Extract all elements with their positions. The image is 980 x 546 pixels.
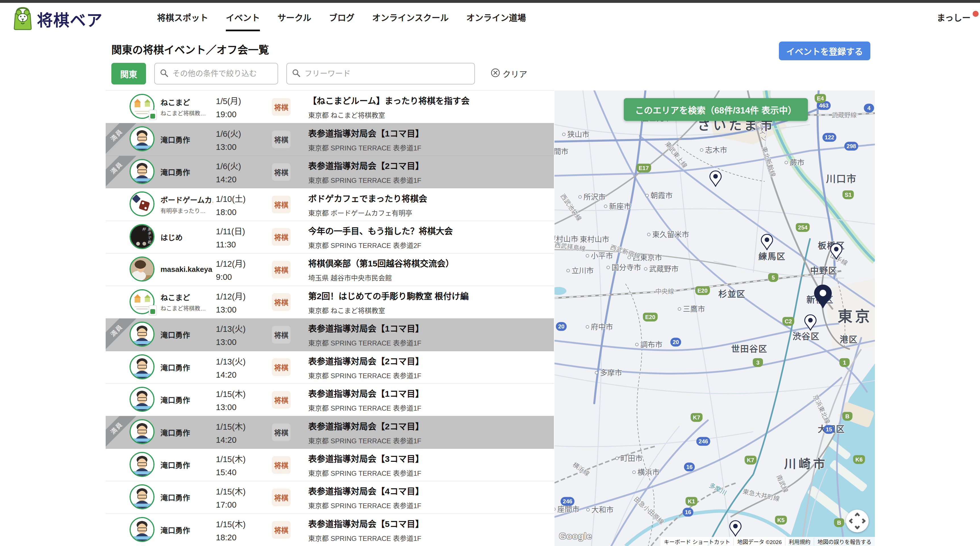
event-row[interactable]: 満員 滝口勇作 1/15(木) 17:00 将棋 表参道指導対局会【4コマ目】 … <box>106 481 554 514</box>
map[interactable]: さいたま市富士見市狭山市志木市蕨市川口市所沢市新座市朝霞市東久留米市東村山市蔵村… <box>554 91 875 546</box>
map-label: 調布市 <box>635 339 662 349</box>
map-label: 東急大井町線 <box>742 486 781 503</box>
map-label: 京浜東北線 <box>811 393 832 425</box>
map-label: 小平市 <box>586 250 613 260</box>
terms-link[interactable]: 利用規約 <box>785 538 814 546</box>
event-datetime: 1/11(日) 11:30 <box>216 221 264 253</box>
nav-item-link[interactable]: オンライン道場 <box>466 3 526 31</box>
header: 将棋ベア 将棋スポットイベントサークルブログオンラインスクールオンライン道場 ま… <box>0 3 980 31</box>
clear-filters-button[interactable]: クリア <box>490 68 527 80</box>
event-row[interactable]: 満員 滝口勇作 1/6(火) 13:00 将棋 表参道指導対局会【1コマ目】 東… <box>106 123 554 156</box>
keyword-search-input[interactable] <box>304 69 469 78</box>
user-menu[interactable]: まっしー <box>937 3 970 31</box>
event-date: 1/15(木) <box>216 387 264 399</box>
map-label: 志木市 <box>700 144 727 155</box>
organizer-avatar <box>129 126 154 151</box>
road-shield: 16 <box>684 463 695 471</box>
event-location: 東京都 SPRING TERRACE 表参道1F <box>308 175 548 185</box>
event-info: 表参道指導対局会【2コマ目】 東京都 SPRING TERRACE 表参道1F <box>308 416 548 448</box>
event-title: 表参道指導対局会【2コマ目】 <box>308 159 548 171</box>
organizer-info: 滝口勇作 <box>161 481 213 513</box>
nav-item-link[interactable]: ブログ <box>329 3 355 31</box>
category-tag: 将棋 <box>272 489 291 506</box>
road-shield: K1 <box>686 497 697 506</box>
road-shield: E4 <box>815 94 826 103</box>
event-date: 1/15(木) <box>216 452 264 465</box>
event-time: 14:20 <box>216 435 264 445</box>
map-label: 武蔵野市 <box>644 263 679 273</box>
map-pin[interactable] <box>830 243 843 260</box>
condition-filter-box[interactable] <box>154 63 278 85</box>
event-title: 今年の一手目、もう指した？将棋大会 <box>308 224 548 236</box>
event-location: 東京都 ねこまど将棋教室 <box>308 305 548 315</box>
page: 将棋ベア 将棋スポットイベントサークルブログオンラインスクールオンライン道場 ま… <box>0 0 980 546</box>
organizer-avatar <box>129 517 154 542</box>
avatar-sub-badge-icon <box>149 305 157 315</box>
event-time: 13:00 <box>216 403 264 412</box>
map-label: 朝霞市 <box>645 190 673 200</box>
map-label: 世田谷区 <box>731 342 767 354</box>
event-row[interactable]: 満員 滝口勇作 1/15(木) 13:00 将棋 表参道指導対局会【1コマ目】 … <box>106 384 554 416</box>
event-row[interactable]: 満員 滝口勇作 1/13(火) 14:20 将棋 表参道指導対局会【2コマ目】 … <box>106 351 554 384</box>
map-label: 東京 <box>838 305 872 326</box>
report-map-error-link[interactable]: 地図の誤りを報告する <box>814 538 875 546</box>
nav-item-link[interactable]: オンラインスクール <box>372 3 449 31</box>
nav-item-link[interactable]: 将棋スポット <box>157 3 208 31</box>
organizer-avatar <box>129 322 154 346</box>
map-pin[interactable] <box>804 314 817 331</box>
nav-item-link[interactable]: サークル <box>277 3 311 31</box>
map-pin[interactable] <box>709 170 722 187</box>
event-info: 表参道指導対局会【1コマ目】 東京都 SPRING TERRACE 表参道1F <box>308 318 548 351</box>
nav-item-active[interactable]: イベント <box>226 3 260 31</box>
event-datetime: 1/15(木) 18:20 <box>216 514 264 546</box>
region-filter-button[interactable]: 関東 <box>111 63 146 85</box>
event-row[interactable]: 満員 滝口勇作 1/15(木) 14:20 将棋 表参道指導対局会【2コマ目】 … <box>106 416 554 449</box>
event-row[interactable]: 満員 滝口勇作 1/15(木) 18:20 将棋 表参道指導対局会【5コマ目】 … <box>106 514 554 546</box>
organizer-info: 滝口勇作 <box>161 318 213 351</box>
site-logo-text: 将棋ベア <box>37 7 103 30</box>
map-label: 所沢市 <box>578 191 606 202</box>
event-row[interactable]: 満員 滝口勇作 1/6(火) 14:20 将棋 表参道指導対局会【2コマ目】 東… <box>106 156 554 188</box>
organizer-info: masaki.kakeya <box>161 253 213 286</box>
map-label: 国分寺市 <box>606 262 641 272</box>
organizer-avatar <box>129 484 154 509</box>
organizer-name: 滝口勇作 <box>161 134 213 145</box>
organizer-info: 滝口勇作 <box>161 514 213 546</box>
map-pin[interactable] <box>761 234 773 250</box>
site-logo[interactable]: 将棋ベア <box>13 6 103 31</box>
event-date: 1/12(月) <box>216 257 264 269</box>
map-pin[interactable] <box>729 520 742 536</box>
register-event-button[interactable]: イベントを登録する <box>779 42 870 60</box>
event-row[interactable]: 満員 ねこまど ねこまど将棋教… 1/5(月) 19:00 将棋 【ねこまどルー… <box>106 91 554 123</box>
road-shield: K5 <box>775 516 787 525</box>
event-row[interactable]: 満員 ねこまど ねこまど将棋教… 1/12(月) 13:00 将棋 第2回！はじ… <box>106 286 554 318</box>
clear-circle-x-icon <box>490 68 500 80</box>
search-icon <box>160 69 169 78</box>
event-info: 表参道指導対局会【2コマ目】 東京都 SPRING TERRACE 表参道1F <box>308 351 548 383</box>
event-title: 表参道指導対局会【4コマ目】 <box>308 484 548 497</box>
road-shield: K6 <box>853 455 865 464</box>
event-location: 東京都 SPRING TERRACE 表参道1F <box>308 338 548 348</box>
map-label: 田急小田原線 <box>632 494 667 526</box>
map-label: 西武新宿線 <box>609 242 642 260</box>
event-row[interactable]: 満員 はじめ 1/11(日) 11:30 将棋 今年の一手目、もう指した？将棋大… <box>106 221 554 253</box>
map-area-search-button[interactable]: このエリアを検索（68件/314件 表示中） <box>624 98 808 121</box>
event-row[interactable]: 満員 masaki.kakeya 1/12(月) 9:00 将棋 将棋倶楽部（第… <box>106 253 554 286</box>
organizer-avatar <box>129 192 154 216</box>
condition-filter-input[interactable] <box>172 69 272 78</box>
event-row[interactable]: 満員 滝口勇作 1/13(火) 13:00 将棋 表参道指導対局会【1コマ目】 … <box>106 318 554 351</box>
event-row[interactable]: 満員 滝口勇作 1/15(木) 15:40 将棋 表参道指導対局会【3コマ目】 … <box>106 449 554 481</box>
road-shield: 20 <box>556 322 567 331</box>
map-pin-selected[interactable] <box>814 284 832 308</box>
map-pan-control[interactable] <box>846 509 869 532</box>
keyword-search-box[interactable] <box>286 63 475 85</box>
map-label: 東村山市 <box>575 233 609 244</box>
event-row[interactable]: 満員 ボードゲームカ… 有明亭まったり… 1/10(土) 18:00 将棋 ボド… <box>106 188 554 221</box>
keyboard-shortcuts-link[interactable]: キーボード ショートカット <box>660 538 733 546</box>
event-location: 東京都 SPRING TERRACE 表参道1F <box>308 403 548 413</box>
organizer-info: 滝口勇作 <box>161 384 213 416</box>
organizer-info: 滝口勇作 <box>161 416 213 448</box>
organizer-avatar <box>129 419 154 444</box>
category-tag: 将棋 <box>272 423 291 441</box>
event-time: 13:00 <box>216 142 264 152</box>
